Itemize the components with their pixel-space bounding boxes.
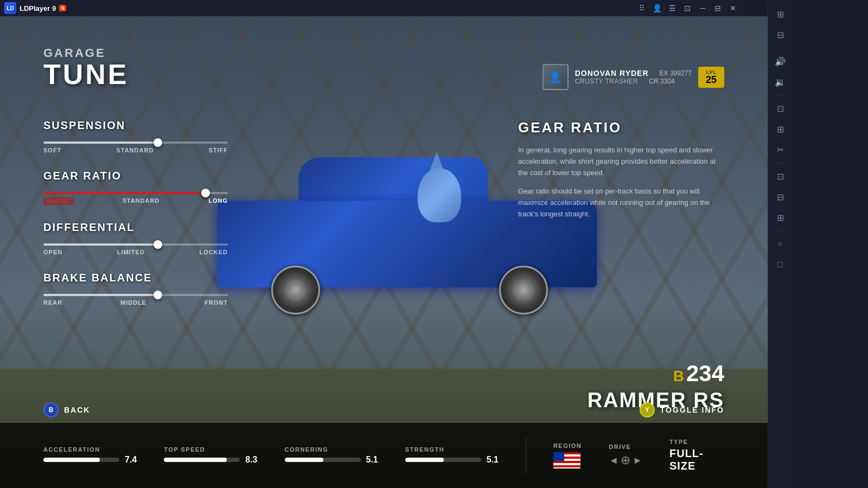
differential-fill: [43, 243, 158, 246]
suspension-title: SUSPENSION: [43, 119, 293, 132]
differential-labels: OPEN LIMITED LOCKED: [43, 249, 228, 255]
suspension-thumb[interactable]: [154, 138, 162, 147]
top-speed-track: [164, 458, 240, 462]
acceleration-fill: [43, 458, 100, 462]
cornering-bar-wrap: 5.1: [285, 455, 378, 465]
sidebar-icon-expand[interactable]: ⊡: [770, 99, 790, 118]
toggle-label: TOGGLE INFO: [660, 406, 724, 414]
player-cr: CR 3304: [649, 78, 674, 85]
gear-ratio-track: [43, 192, 228, 194]
player-ex: EX 399277: [660, 69, 692, 77]
acceleration-track: [43, 458, 119, 462]
suspension-fill: [43, 142, 158, 144]
differential-thumb[interactable]: [154, 240, 162, 249]
sidebar-icon-volume-up[interactable]: 🔊: [770, 52, 790, 71]
strength-fill: [405, 458, 444, 462]
title-area: GARAGE TUNE: [43, 46, 129, 88]
back-button[interactable]: B BACK: [43, 402, 90, 418]
sidebar-icon-replay[interactable]: ⊡: [770, 166, 790, 186]
differential-label-open: OPEN: [43, 249, 62, 255]
topbar-menu-btn[interactable]: ⠿: [636, 2, 648, 14]
top-speed-fill: [164, 458, 227, 462]
topbar-restore-btn[interactable]: ⊟: [712, 2, 724, 14]
stat-region: REGION: [553, 442, 582, 468]
brake-balance-slider[interactable]: REAR MIDDLE FRONT: [43, 294, 293, 306]
drive-icon-left: ◄: [609, 455, 618, 466]
differential-section: DIFFERENTIAL OPEN LIMITED LOCKED: [43, 221, 293, 255]
brake-balance-section: BRAKE BALANCE REAR MIDDLE FRONT: [43, 272, 293, 306]
region-label: REGION: [553, 442, 582, 449]
toggle-icon: Y: [640, 402, 655, 418]
sidebar-icon-grid[interactable]: ⊞: [770, 4, 790, 24]
ldplayer-title: LDPlayer 9: [20, 4, 56, 12]
sidebar-icon-keyboard[interactable]: ⊞: [770, 208, 790, 227]
sidebar-divider-1: [772, 48, 788, 48]
back-icon: B: [43, 402, 59, 418]
drive-icon-center: ⊕: [621, 453, 630, 467]
gear-ratio-section: GEAR RATIO SHORT STANDARD LONG: [43, 170, 293, 205]
ldplayer-sidebar: ⊞ ⊟ 🔊 🔉 ⊡ ⊞ ✂ ⊡ ⊟ ⊞ ○ □: [768, 0, 792, 488]
topbar-minimize-btn[interactable]: ─: [697, 2, 709, 14]
acceleration-label: ACCELERATION: [43, 446, 137, 453]
player-info: Donovan Ryder EX 399277 CRUSTY TRASHER C…: [575, 69, 692, 85]
type-value: FULL-SIZE: [669, 447, 724, 472]
sidebar-icon-volume-down[interactable]: 🔉: [770, 72, 790, 92]
sidebar-icon-square[interactable]: □: [770, 255, 790, 274]
cornering-label: CORNERING: [285, 446, 378, 453]
topbar-settings-btn[interactable]: ☰: [666, 2, 678, 14]
car-wheel-front: [499, 266, 548, 314]
suspension-label-standard: STANDARD: [116, 147, 154, 153]
suspension-labels: SOFT STANDARD STIFF: [43, 147, 228, 153]
cornering-track: [285, 458, 361, 462]
stats-bar: ACCELERATION 7.4 TOP SPEED 8.3: [0, 423, 768, 488]
gear-ratio-labels: SHORT STANDARD LONG: [43, 197, 228, 205]
differential-track: [43, 243, 228, 246]
shark-body: [418, 168, 461, 222]
region-flag-us: [553, 452, 580, 468]
level-value: 25: [706, 75, 717, 85]
game-content: GARAGE TUNE 👤 Donovan Ryder EX 399277 CR…: [0, 16, 768, 488]
toggle-info-button[interactable]: Y TOGGLE INFO: [640, 402, 724, 418]
brake-label-front: FRONT: [205, 299, 228, 306]
stat-strength: STRENGTH 5.1: [405, 446, 499, 465]
differential-slider[interactable]: OPEN LIMITED LOCKED: [43, 243, 293, 255]
sidebar-icon-capture[interactable]: ⊞: [770, 119, 790, 139]
topbar-expand-btn[interactable]: ⊡: [681, 2, 693, 14]
gear-ratio-label-short: SHORT: [43, 197, 74, 205]
strength-label: STRENGTH: [405, 446, 499, 453]
sidebar-icon-circle[interactable]: ○: [770, 234, 790, 254]
gear-ratio-label-long: LONG: [208, 197, 228, 205]
car-rating: B 234: [588, 361, 724, 387]
player-hud: 👤 Donovan Ryder EX 399277 CRUSTY TRASHER…: [542, 64, 724, 90]
player-name: Donovan Ryder: [575, 69, 649, 78]
top-speed-bar-wrap: 8.3: [164, 455, 257, 465]
brake-balance-thumb[interactable]: [154, 291, 162, 299]
topbar-close-btn[interactable]: ✕: [727, 2, 739, 14]
strength-value: 5.1: [487, 455, 499, 465]
brake-balance-fill: [43, 294, 158, 296]
sidebar-divider-4: [772, 230, 788, 231]
stat-divider-1: [526, 436, 526, 474]
drive-label: DRIVE: [609, 444, 642, 450]
sidebar-icon-screen[interactable]: ⊟: [770, 25, 790, 44]
differential-label-locked: LOCKED: [200, 249, 228, 255]
suspension-slider[interactable]: SOFT STANDARD STIFF: [43, 142, 293, 153]
brake-balance-labels: REAR MIDDLE FRONT: [43, 299, 228, 306]
topbar-user-btn[interactable]: 👤: [651, 2, 663, 14]
top-speed-label: TOP SPEED: [164, 446, 257, 453]
game-window: LD LDPlayer 9 9 ⠿ 👤 ☰ ⊡ ─ ⊟ ✕: [0, 0, 768, 488]
strength-track: [405, 458, 481, 462]
back-label: BACK: [64, 406, 90, 414]
brake-label-middle: MIDDLE: [120, 299, 146, 306]
sidebar-icon-gamepad[interactable]: ⊟: [770, 187, 790, 207]
stat-acceleration: ACCELERATION 7.4: [43, 446, 137, 465]
stat-top-speed: TOP SPEED 8.3: [164, 446, 257, 465]
suspension-track: [43, 142, 228, 144]
cornering-value: 5.1: [366, 455, 378, 465]
level-badge: LVL 25: [698, 67, 724, 88]
sidebar-icon-scissors[interactable]: ✂: [770, 140, 790, 159]
gear-ratio-thumb[interactable]: [201, 189, 210, 197]
car-number: 234: [686, 361, 724, 387]
ldplayer-logo-icon: LD: [4, 2, 16, 14]
gear-ratio-slider[interactable]: SHORT STANDARD LONG: [43, 192, 293, 205]
